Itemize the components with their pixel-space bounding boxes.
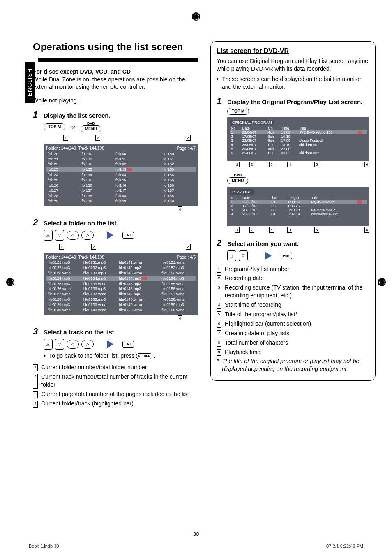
topm-button[interactable]: TOP M xyxy=(44,123,65,130)
topm-button[interactable]: TOP M xyxy=(227,108,249,115)
legend-item: Start time of recording xyxy=(225,301,281,309)
callout-2b: 2 xyxy=(91,244,96,250)
step-number: 1 xyxy=(217,97,224,233)
callout-1: 1 xyxy=(63,135,68,141)
page-title: Operations using the list screen xyxy=(33,41,198,53)
right-button[interactable]: ▷ xyxy=(81,340,94,349)
callout-4: 4 xyxy=(178,206,182,212)
arrow-icon xyxy=(107,231,113,239)
footer-right: 07.2.1 8:22:48 PM xyxy=(326,544,363,549)
vr-callout: 1 xyxy=(235,162,240,167)
screen-title: PLAY LIST xyxy=(230,189,254,195)
legend-item: Current track number/total number of tra… xyxy=(41,373,198,389)
down-button[interactable]: ▽ xyxy=(55,230,64,241)
vr-callout: 1 xyxy=(235,227,240,233)
legend-item: Recording source (TV station, the input … xyxy=(225,284,369,299)
vr-callout: 4 xyxy=(287,162,292,167)
left-button[interactable]: ◁ xyxy=(67,340,79,349)
panel-bullet: • These screens can be displayed on the … xyxy=(217,75,369,91)
go-back-text: To go back to the folder list, press xyxy=(49,352,136,359)
step-number: 3 xyxy=(33,327,40,360)
down-button[interactable]: ▽ xyxy=(239,250,248,261)
right-button[interactable]: ▷ xyxy=(81,231,94,240)
vr-callout: 9 xyxy=(287,227,292,233)
vr-callout: 3 xyxy=(269,162,274,167)
page-number: 30 xyxy=(0,531,392,537)
crop-mark-top xyxy=(192,12,200,21)
legend-item: Creating date of play lists xyxy=(225,329,289,337)
callout-1b: 1 xyxy=(59,244,64,250)
left-legend: 1Current folder number/total folder numb… xyxy=(33,364,198,407)
callout-4b: 4 xyxy=(178,315,182,321)
ent-button[interactable]: ENT xyxy=(281,253,292,259)
right-column: List screen for DVD-VR You can use Origi… xyxy=(210,41,376,408)
dvd-vr-panel: List screen for DVD-VR You can use Origi… xyxy=(210,41,376,381)
legend-item: Current folder number/total folder numbe… xyxy=(41,364,147,371)
ent-button[interactable]: ENT xyxy=(122,232,134,239)
page-columns: Operations using the list screen For dis… xyxy=(16,41,376,408)
legend-item: Current folder/track (highlighted bar) xyxy=(41,400,134,408)
vr-step-2: 2 Select an item you want. △ ▽ ENT xyxy=(217,239,369,261)
step-number: 2 xyxy=(217,239,224,261)
step-2: 2 Select a folder on the list. △ ▽ ◁ ▷ E… xyxy=(33,218,198,321)
or-label: or xyxy=(70,124,75,130)
legend-item: Total number of chapters xyxy=(225,339,288,347)
file-list-screen: Folder : 144/240 Track 144/198 Page : 4/… xyxy=(44,253,198,315)
step-1: 1 Display the list screen. TOP M or DVD … xyxy=(33,110,198,212)
return-button[interactable]: RETURN xyxy=(136,353,152,359)
vr-step-1: 1 Display the Original Program/Play List… xyxy=(217,97,369,233)
panel-intro: You can use Original Program and Play Li… xyxy=(217,57,369,73)
legend-item: Title of the program/play list* xyxy=(225,310,297,318)
title-rule xyxy=(33,54,198,66)
dvd-menu-button[interactable]: DVD MENU xyxy=(227,173,248,184)
step-label: Display the list screen. xyxy=(44,110,198,119)
panel-heading: List screen for DVD-VR xyxy=(217,47,369,55)
dvd-menu-button[interactable]: DVD MENU xyxy=(81,121,101,132)
crop-mark-right xyxy=(378,278,386,286)
legend-item: Recording date xyxy=(225,274,264,282)
right-legend: 1Program/Play list number 2Recording dat… xyxy=(217,265,369,373)
remote-controls: △ ▽ ◁ ▷ ENT xyxy=(44,230,198,241)
rule-bar xyxy=(38,58,198,62)
step-label: Select an item you want. xyxy=(227,239,369,247)
while-not-playing: While not playing... xyxy=(33,97,198,104)
down-button[interactable]: ▽ xyxy=(55,339,64,350)
footer-left: Book 1.indb 30 xyxy=(29,544,59,549)
callout-3b: 3 xyxy=(186,244,191,250)
original-program-screen: ORIGINAL PROGRAM NoDateChTimeTitle125/04… xyxy=(227,117,369,161)
vr-callout: 6 xyxy=(364,227,369,233)
up-button[interactable]: △ xyxy=(44,230,53,241)
step-3: 3 Select a track on the list. △ ▽ ◁ ▷ EN… xyxy=(33,327,198,360)
footnote: * The title of the original program or p… xyxy=(217,357,369,373)
legend-item: Playback time xyxy=(225,348,261,356)
left-button[interactable]: ◁ xyxy=(67,231,79,240)
legend-item: Highlighted bar (current selection) xyxy=(225,320,311,328)
step-label: Select a folder on the list. xyxy=(44,218,198,227)
callout-3: 3 xyxy=(186,135,191,141)
left-column: Operations using the list screen For dis… xyxy=(33,41,198,408)
callout-2: 2 xyxy=(95,135,100,141)
vr-callout: 5 xyxy=(314,162,319,167)
screen-title: ORIGINAL PROGRAM xyxy=(230,120,274,125)
vr-callout: 7 xyxy=(249,227,254,233)
ent-button[interactable]: ENT xyxy=(122,341,134,348)
go-back-note: • To go back to the folder list, press R… xyxy=(44,352,198,360)
crop-mark-left xyxy=(6,278,14,286)
vr-callout: 2 xyxy=(249,162,254,167)
vr-callout: 6 xyxy=(364,162,369,167)
legend-item: Program/Play list number xyxy=(225,265,289,273)
step-number: 1 xyxy=(33,110,40,212)
up-button[interactable]: △ xyxy=(227,250,236,261)
language-tab: ENGLISH xyxy=(25,62,35,103)
menu-label: MENU xyxy=(81,125,101,132)
dvd-label: DVD xyxy=(87,121,95,125)
vr-callout: 8 xyxy=(269,227,274,233)
folder-list-screen: Folder : 144/240 Track 144/198 Page : 4/… xyxy=(44,144,198,206)
print-footer: Book 1.indb 30 07.2.1 8:22:48 PM xyxy=(29,544,363,549)
arrow-icon xyxy=(107,340,113,348)
up-button[interactable]: △ xyxy=(44,339,53,350)
arrow-icon xyxy=(265,252,272,260)
intro-text: While Dual Zone is on, these operations … xyxy=(33,76,198,91)
remote-controls-3: △ ▽ ENT xyxy=(227,250,369,261)
vr-callout: 5 xyxy=(314,227,319,233)
